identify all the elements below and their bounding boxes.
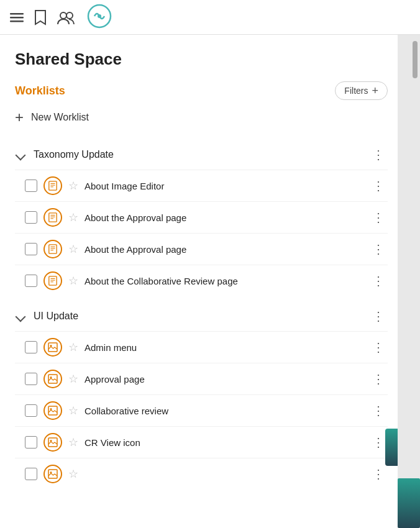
svg-rect-19	[49, 276, 57, 285]
image-type-icon	[43, 433, 62, 452]
filters-plus-icon: +	[372, 85, 378, 96]
right-decoration	[385, 429, 398, 466]
list-item: ☆ About the Approval page ⋮	[15, 201, 388, 233]
svg-rect-31	[48, 470, 57, 478]
item-name: Collaborative review	[84, 406, 363, 416]
star-icon[interactable]: ☆	[68, 467, 78, 481]
list-item: ☆ About Image Editor ⋮	[15, 170, 388, 201]
item-menu[interactable]: ⋮	[370, 465, 388, 483]
item-menu[interactable]: ⋮	[370, 339, 388, 356]
svg-point-6	[98, 14, 101, 18]
page-title: Shared Space	[15, 50, 388, 69]
image-type-icon	[43, 370, 62, 388]
item-menu[interactable]: ⋮	[370, 177, 388, 194]
star-icon[interactable]: ☆	[68, 211, 78, 224]
list-item: ☆ CR View icon ⋮	[15, 426, 388, 458]
item-name: Admin menu	[84, 342, 363, 353]
svg-rect-15	[49, 245, 57, 253]
star-icon[interactable]: ☆	[68, 404, 78, 417]
item-checkbox[interactable]	[25, 275, 37, 287]
star-icon[interactable]: ☆	[68, 274, 78, 288]
chevron-down-icon	[15, 148, 27, 161]
item-checkbox[interactable]	[25, 243, 37, 255]
item-menu[interactable]: ⋮	[370, 370, 388, 388]
star-icon[interactable]: ☆	[68, 340, 78, 354]
main-container: Shared Space Worklists Filters + + New W…	[0, 35, 420, 528]
item-menu[interactable]: ⋮	[370, 272, 388, 289]
item-checkbox[interactable]	[25, 373, 37, 385]
item-checkbox[interactable]	[25, 468, 37, 480]
image-type-icon	[43, 338, 62, 357]
new-worklist-label: New Worklist	[31, 112, 89, 123]
image-type-icon	[43, 401, 62, 420]
worklist-group-name-taxonomy: Taxonomy Update	[34, 149, 114, 160]
item-checkbox[interactable]	[25, 211, 37, 224]
svg-rect-1	[10, 17, 24, 19]
worklist-group-header-taxonomy[interactable]: Taxonomy Update ⋮	[15, 140, 388, 170]
svg-point-4	[66, 12, 73, 19]
star-icon[interactable]: ☆	[68, 242, 78, 256]
item-name: About the Approval page	[84, 212, 363, 223]
filters-label: Filters	[344, 86, 368, 96]
item-name: About the Collaborative Review page	[84, 276, 363, 286]
people-icon[interactable]	[57, 11, 75, 24]
new-worklist-plus-icon: +	[15, 110, 24, 125]
worklist-group-ui-update: UI Update ⋮ ☆ Admin menu ⋮	[15, 301, 388, 489]
item-name: About Image Editor	[84, 181, 363, 191]
worklist-group-left: Taxonomy Update	[15, 148, 114, 161]
item-checkbox[interactable]	[25, 341, 37, 353]
doc-type-icon	[43, 208, 62, 227]
svg-rect-7	[49, 181, 57, 190]
logo-icon[interactable]	[87, 4, 112, 31]
hamburger-icon[interactable]	[10, 11, 24, 24]
worklist-group-name-ui: UI Update	[34, 311, 78, 322]
item-menu[interactable]: ⋮	[370, 402, 388, 419]
section-header: Worklists Filters +	[15, 81, 388, 100]
content-panel: Shared Space Worklists Filters + + New W…	[0, 35, 398, 528]
scrollbar-panel	[398, 35, 420, 528]
bookmark-icon[interactable]	[34, 9, 47, 25]
svg-rect-27	[48, 406, 57, 415]
item-name: Approval page	[84, 374, 363, 385]
star-icon[interactable]: ☆	[68, 372, 78, 386]
item-name: About the Approval page	[84, 244, 363, 255]
worklist-group-header-ui[interactable]: UI Update ⋮	[15, 301, 388, 331]
svg-point-3	[60, 12, 66, 19]
list-item: ☆ About the Collaborative Review page ⋮	[15, 265, 388, 296]
worklist-group-menu-taxonomy[interactable]: ⋮	[370, 146, 388, 163]
scrollbar-thumb[interactable]	[413, 41, 418, 78]
svg-rect-23	[48, 343, 57, 352]
filters-button[interactable]: Filters +	[335, 81, 388, 100]
star-icon[interactable]: ☆	[68, 179, 78, 193]
list-item: ☆ About the Approval page ⋮	[15, 233, 388, 265]
svg-rect-2	[10, 20, 24, 22]
item-menu[interactable]: ⋮	[370, 240, 388, 258]
worklist-group-left: UI Update	[15, 310, 78, 322]
star-icon[interactable]: ☆	[68, 435, 78, 449]
doc-type-icon	[43, 271, 62, 290]
top-navbar	[0, 0, 420, 35]
bottom-decoration	[398, 478, 420, 528]
list-item: ☆ Admin menu ⋮	[15, 331, 388, 363]
new-worklist-row[interactable]: + New Worklist	[15, 110, 388, 125]
chevron-down-icon	[15, 310, 27, 322]
item-checkbox[interactable]	[25, 436, 37, 448]
item-name: CR View icon	[84, 437, 363, 448]
doc-type-icon	[43, 176, 62, 195]
list-item: ☆ ⋮	[15, 458, 388, 489]
image-type-icon	[43, 465, 62, 483]
worklist-group-menu-ui[interactable]: ⋮	[370, 307, 388, 325]
item-checkbox[interactable]	[25, 404, 37, 417]
item-menu[interactable]: ⋮	[370, 209, 388, 226]
svg-rect-11	[49, 213, 57, 222]
doc-type-icon	[43, 240, 62, 258]
svg-rect-0	[10, 13, 24, 15]
item-checkbox[interactable]	[25, 180, 37, 192]
worklists-label: Worklists	[15, 84, 65, 98]
worklist-group-taxonomy-update: Taxonomy Update ⋮ ☆ About Image Editor ⋮	[15, 140, 388, 296]
list-item: ☆ Collaborative review ⋮	[15, 394, 388, 426]
svg-rect-29	[48, 438, 57, 447]
svg-rect-25	[48, 375, 57, 383]
list-item: ☆ Approval page ⋮	[15, 363, 388, 394]
